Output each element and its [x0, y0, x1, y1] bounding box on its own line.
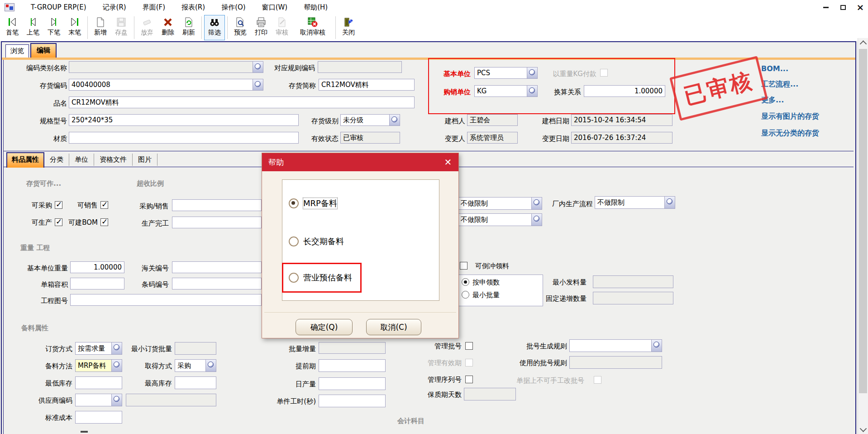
manage-serial-checkbox[interactable] [465, 376, 473, 383]
menu-tgroup-erp[interactable]: T-GROUP ERP(E) [31, 3, 86, 11]
menu-operation[interactable]: 操作(O) [221, 3, 246, 12]
menu-window[interactable]: 窗口(W) [262, 3, 288, 12]
print-button[interactable]: 打印 [251, 15, 272, 40]
radio-icon[interactable] [289, 236, 299, 246]
unit-work-seconds-field[interactable] [319, 395, 386, 407]
lookup-button[interactable] [111, 394, 122, 406]
batch-rule-field[interactable] [569, 339, 662, 352]
by-request-radio[interactable] [462, 278, 469, 286]
delete-button[interactable]: 删除 [157, 15, 178, 40]
lookup-button[interactable] [651, 340, 662, 352]
lookup-button[interactable] [664, 197, 675, 208]
conversion-field[interactable]: 1.00000 [584, 85, 665, 97]
radio-selected-icon[interactable] [289, 198, 299, 208]
menu-interface[interactable]: 界面(F) [143, 3, 165, 12]
cancel-button[interactable]: 取消(C) [366, 319, 421, 335]
lookup-button[interactable] [527, 68, 537, 78]
menu-help[interactable]: 帮助(H) [304, 3, 328, 12]
daily-output-field[interactable] [319, 377, 386, 390]
close-form-button[interactable]: 关闭 [338, 15, 359, 40]
spec-field[interactable]: 250*240*35 [69, 114, 299, 126]
menu-record[interactable]: 记录(R) [103, 3, 126, 12]
tab-browse[interactable]: 浏览 [5, 44, 29, 58]
next-record-button[interactable]: 下笔 [43, 15, 64, 40]
show-with-images-link[interactable]: 显示有图片的存货 [761, 112, 819, 121]
sellable-checkbox[interactable] [100, 201, 108, 209]
new-record-button[interactable]: 新增 [90, 15, 111, 40]
help-dialog-titlebar[interactable]: 帮助 [262, 153, 458, 171]
preview-button[interactable]: 预览 [230, 15, 251, 40]
min-batch-radio[interactable] [462, 291, 469, 299]
box-volume-field[interactable] [70, 278, 124, 289]
lead-time-field[interactable] [319, 359, 386, 372]
lookup-button[interactable] [253, 62, 263, 72]
used-batch-rule-field [569, 356, 662, 369]
last-record-button[interactable]: 末笔 [64, 15, 85, 40]
item-level-field[interactable]: 未分级 [340, 114, 400, 126]
tab-images[interactable]: 图片 [133, 154, 157, 166]
max-stock-field[interactable] [175, 376, 216, 389]
item-short-name-field[interactable]: CR12MOV精料 [319, 79, 415, 91]
code-category-field[interactable] [69, 61, 263, 73]
producible-checkbox[interactable] [55, 218, 62, 226]
customs-code-field[interactable] [172, 261, 262, 273]
prev-record-button[interactable]: 上笔 [23, 15, 43, 40]
lookup-button[interactable] [205, 360, 216, 371]
lookup-button[interactable] [527, 86, 537, 96]
dialog-close-button[interactable]: ✕ [442, 156, 454, 168]
tab-qualification-files[interactable]: 资格文件 [94, 154, 133, 166]
scroll-down-button[interactable] [858, 424, 868, 434]
backflush-checkbox[interactable] [460, 262, 467, 270]
process-flow-link[interactable]: 工艺流程... [761, 80, 798, 89]
first-record-button[interactable]: 首笔 [2, 15, 23, 40]
purchasable-checkbox[interactable] [55, 201, 62, 209]
min-stock-field[interactable] [75, 376, 122, 389]
item-name-field[interactable]: CR12MOV精料 [69, 96, 415, 108]
filter-button[interactable]: 筛选 [204, 15, 225, 40]
ok-button[interactable]: 确定(Q) [296, 319, 353, 335]
tab-classification[interactable]: 分类 [44, 154, 69, 166]
lookup-button[interactable] [531, 198, 542, 209]
close-button[interactable]: × [855, 2, 865, 12]
prep-method-field[interactable]: MRP备料 [75, 359, 122, 372]
limit-b-field[interactable]: 不做限制 [458, 213, 542, 226]
restore-button[interactable] [838, 2, 848, 12]
option-mrp[interactable]: MRP备料 [289, 198, 337, 209]
cancel-audit-button[interactable]: 取消审核 [292, 15, 333, 40]
purchase-unit-field[interactable]: KG [474, 85, 538, 97]
vertical-scrollbar[interactable] [858, 38, 868, 434]
acquire-mode-field[interactable]: 采购 [175, 359, 216, 372]
lookup-button[interactable] [531, 214, 542, 226]
limit-a-field[interactable]: 不做限制 [458, 197, 542, 210]
material-field[interactable] [69, 132, 299, 144]
scrollbar-thumb[interactable] [859, 49, 867, 393]
lookup-button[interactable] [111, 342, 122, 354]
lookup-button[interactable] [389, 115, 400, 125]
option-long-leadtime[interactable]: 长交期备料 [289, 236, 344, 247]
drawing-no-field[interactable] [70, 294, 262, 306]
order-mode-field[interactable]: 按需求量 [75, 342, 122, 355]
purchase-sale-field[interactable] [172, 199, 262, 211]
lookup-button[interactable] [253, 79, 263, 90]
minimize-button[interactable] [821, 2, 831, 12]
production-done-field[interactable] [172, 217, 262, 228]
barcode-field[interactable] [172, 278, 262, 289]
supplier-code-field[interactable] [75, 394, 122, 406]
lookup-button[interactable] [111, 360, 122, 371]
base-unit-field[interactable]: PCS [474, 67, 538, 79]
menu-report[interactable]: 报表(R) [181, 3, 205, 12]
manage-batch-checkbox[interactable] [465, 342, 473, 350]
show-unclassified-link[interactable]: 显示无分类的存货 [761, 129, 819, 138]
refresh-button[interactable]: 刷新 [178, 15, 199, 40]
base-unit-weight-field[interactable]: 1.00000 [70, 261, 124, 273]
scroll-up-button[interactable] [858, 38, 868, 48]
item-level-label: 存货级别 [307, 115, 339, 127]
tab-units[interactable]: 单位 [69, 154, 94, 166]
factory-flow-field[interactable]: 不做限制 [595, 196, 675, 209]
tab-edit[interactable]: 编辑 [30, 43, 57, 58]
std-cost-field[interactable] [75, 411, 122, 424]
bom-link[interactable]: BOM... [761, 64, 788, 73]
bom-allowed-checkbox[interactable] [100, 218, 108, 226]
tab-material-props[interactable]: 料品属性 [6, 152, 44, 168]
item-code-field[interactable]: 400400008 [69, 79, 263, 91]
